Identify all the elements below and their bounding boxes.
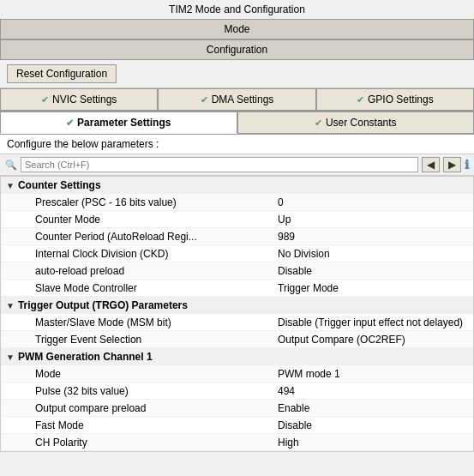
table-row: Pulse (32 bits value) 494 xyxy=(1,383,473,400)
nvic-check-icon: ✔ xyxy=(41,94,49,105)
group-counter-settings[interactable]: ▼ Counter Settings xyxy=(1,177,473,194)
table-row: Fast Mode Disable xyxy=(1,417,473,434)
tab-user-constants[interactable]: ✔ User Constants xyxy=(237,111,475,134)
search-bar: 🔍 ◀ ▶ ℹ xyxy=(0,154,474,176)
tab-parameter-settings[interactable]: ✔ Parameter Settings xyxy=(0,111,237,134)
tabs-row2: ✔ Parameter Settings ✔ User Constants xyxy=(0,111,474,135)
counter-collapse-icon: ▼ xyxy=(6,181,15,190)
table-row: Counter Period (AutoReload Regi... 989 xyxy=(1,228,473,245)
table-row: Master/Slave Mode (MSM bit) Disable (Tri… xyxy=(1,314,473,331)
table-row: Slave Mode Controller Trigger Mode xyxy=(1,280,473,297)
window-title: TIM2 Mode and Configuration xyxy=(0,0,474,19)
reset-bar: Reset Configuration xyxy=(0,60,474,88)
params-check-icon: ✔ xyxy=(66,117,74,129)
table-row: Output compare preload Enable xyxy=(1,400,473,417)
trgo-label: Trigger Output (TRGO) Parameters xyxy=(18,299,188,311)
user-tab-label: User Constants xyxy=(326,117,397,129)
table-row: Trigger Event Selection Output Compare (… xyxy=(1,331,473,348)
dma-check-icon: ✔ xyxy=(201,94,208,105)
tab-dma-settings[interactable]: ✔ DMA Settings xyxy=(158,88,315,111)
table-row: Counter Mode Up xyxy=(1,211,473,228)
info-text: Configure the below parameters : xyxy=(7,138,159,150)
params-tab-label: Parameter Settings xyxy=(77,117,171,129)
gpio-check-icon: ✔ xyxy=(357,94,364,105)
parameters-area: ▼ Counter Settings Prescaler (PSC - 16 b… xyxy=(0,176,474,452)
trgo-collapse-icon: ▼ xyxy=(6,301,15,310)
table-row: Prescaler (PSC - 16 bits value) 0 xyxy=(1,194,473,211)
mode-header: Mode xyxy=(0,19,474,39)
nvic-tab-label: NVIC Settings xyxy=(52,93,117,105)
search-icon: 🔍 xyxy=(5,160,17,171)
tab-nvic-settings[interactable]: ✔ NVIC Settings xyxy=(0,88,158,111)
table-row: Internal Clock Division (CKD) No Divisio… xyxy=(1,245,473,262)
pwm1-label: PWM Generation Channel 1 xyxy=(18,351,153,363)
next-button[interactable]: ▶ xyxy=(443,157,461,172)
user-check-icon: ✔ xyxy=(315,117,322,129)
search-input[interactable] xyxy=(21,157,418,172)
config-header: Configuration xyxy=(0,39,474,60)
table-row: Mode PWM mode 1 xyxy=(1,365,473,383)
prev-button[interactable]: ◀ xyxy=(422,157,440,172)
info-button[interactable]: ℹ xyxy=(465,158,469,172)
group-trgo-parameters[interactable]: ▼ Trigger Output (TRGO) Parameters xyxy=(1,297,473,314)
gpio-tab-label: GPIO Settings xyxy=(368,93,434,105)
pwm1-collapse-icon: ▼ xyxy=(6,352,15,362)
dma-tab-label: DMA Settings xyxy=(212,93,274,105)
title-text: TIM2 Mode and Configuration xyxy=(169,3,305,15)
counter-settings-label: Counter Settings xyxy=(18,179,101,191)
table-row: auto-reload preload Disable xyxy=(1,262,473,280)
tab-gpio-settings[interactable]: ✔ GPIO Settings xyxy=(316,88,474,111)
group-pwm-channel1[interactable]: ▼ PWM Generation Channel 1 xyxy=(1,348,473,365)
table-row: CH Polarity High xyxy=(1,434,473,451)
tabs-row1: ✔ NVIC Settings ✔ DMA Settings ✔ GPIO Se… xyxy=(0,88,474,111)
reset-configuration-button[interactable]: Reset Configuration xyxy=(7,64,117,83)
info-bar: Configure the below parameters : xyxy=(0,135,474,154)
